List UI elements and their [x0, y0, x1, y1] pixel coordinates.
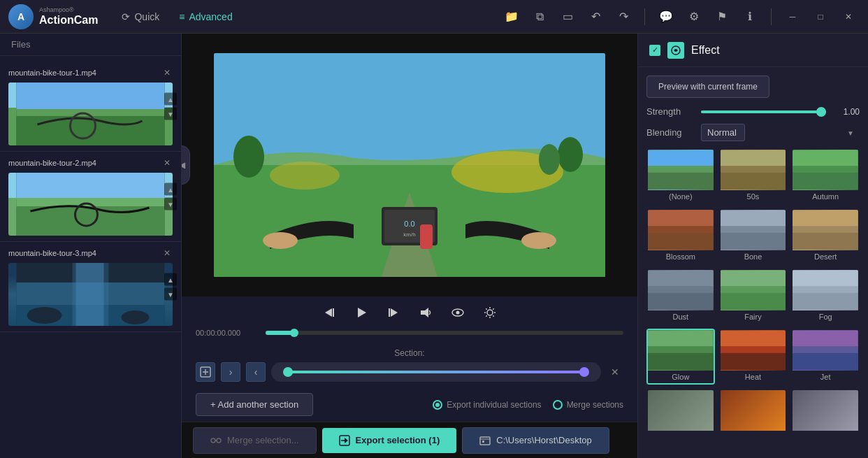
timeline-thumb[interactable]	[290, 329, 298, 337]
prev-frame-button[interactable]	[319, 302, 340, 323]
section-thumb-right[interactable]	[579, 367, 589, 377]
export-path-button[interactable]: C:\Users\Horst\Desktop	[462, 427, 609, 454]
info-button[interactable]: ℹ	[739, 6, 761, 28]
file-arrow-up-3[interactable]: ▲	[164, 273, 177, 286]
effect-label-heat: Heat	[721, 371, 786, 383]
play-button[interactable]	[351, 302, 372, 323]
settings-tool-button[interactable]	[479, 302, 500, 323]
copy-icon: ⧉	[536, 10, 544, 23]
file-close-1[interactable]: ✕	[161, 67, 173, 78]
file-close-2[interactable]: ✕	[161, 157, 173, 169]
export-individual-option[interactable]: Export individual sections	[433, 400, 541, 410]
blending-select-wrapper: Normal Multiply Screen Overlay ▼	[701, 124, 860, 141]
effect-item-dust[interactable]: Dust	[646, 269, 715, 324]
effect-item-glow[interactable]: Glow	[646, 329, 715, 385]
chat-button[interactable]: 💬	[655, 6, 677, 28]
folder-button[interactable]: 📁	[500, 6, 523, 28]
effect-item-blossom[interactable]: Blossom	[646, 208, 715, 264]
section-area: Section: › ‹ ✕	[182, 343, 637, 387]
section-thumb-left[interactable]	[283, 367, 293, 377]
effect-item-bone[interactable]: Bone	[719, 208, 788, 264]
strength-label: Strength	[646, 106, 695, 117]
sidebar-collapse-button[interactable]: ◀	[182, 145, 190, 185]
effect-item-none[interactable]: (None)	[646, 148, 715, 204]
settings-button[interactable]: ⚙	[683, 6, 705, 28]
nav-quick-button[interactable]: ⟳ Quick	[112, 7, 169, 27]
close-button[interactable]: ✕	[837, 6, 860, 28]
svg-rect-76	[793, 271, 858, 287]
section-add-icon-button[interactable]	[196, 362, 215, 382]
next-frame-button[interactable]	[383, 302, 404, 323]
add-section-button[interactable]: + Add another section	[196, 393, 313, 416]
eye-button[interactable]	[447, 302, 468, 323]
close-file-icon-1: ✕	[164, 68, 171, 78]
time-display: 00:00:00.000	[196, 329, 259, 337]
export-options: Export individual sections Merge section…	[320, 400, 623, 410]
svg-rect-1	[17, 83, 165, 110]
file-arrow-down-2[interactable]: ▼	[164, 198, 177, 210]
svg-point-26	[263, 232, 298, 249]
flag-icon: ⚑	[717, 10, 727, 23]
file-close-3[interactable]: ✕	[161, 248, 173, 259]
file-thumbnail-2[interactable]	[8, 173, 173, 236]
effect-item-fairy[interactable]: Fairy	[719, 269, 788, 324]
minimize-button[interactable]: ─	[781, 6, 804, 28]
effect-item-autumn[interactable]: Autumn	[791, 148, 860, 204]
merge-selection-button[interactable]: Merge selection...	[193, 427, 317, 454]
section-label: Section:	[196, 348, 623, 358]
action-row: + Add another section Export individual …	[182, 387, 637, 422]
timeline-track[interactable]	[266, 331, 623, 335]
file-thumbnail-3[interactable]	[8, 263, 173, 326]
file-arrow-up-1[interactable]: ▲	[164, 93, 177, 106]
file-thumbnail-1[interactable]	[8, 83, 173, 145]
export-selection-button[interactable]: Export selection (1)	[322, 428, 457, 453]
section-forward-button[interactable]: ›	[221, 362, 240, 382]
strength-slider-thumb[interactable]	[816, 107, 826, 117]
svg-text:0.0: 0.0	[404, 220, 414, 228]
effect-thumb-fog	[793, 270, 858, 310]
effect-item-desert[interactable]: Desert	[791, 208, 860, 264]
effect-item-scroll2[interactable]	[719, 389, 788, 436]
export-individual-radio[interactable]	[433, 400, 442, 410]
effect-grid: (None) 50s Autumn	[646, 148, 860, 436]
file-item-2-header: mountain-bike-tour-2.mp4 ✕	[8, 157, 173, 169]
strength-slider[interactable]	[701, 110, 826, 113]
window-button[interactable]: ▭	[556, 6, 579, 28]
redo-button[interactable]: ↷	[612, 6, 635, 28]
effect-item-heat[interactable]: Heat	[719, 329, 788, 385]
svg-point-16	[122, 310, 150, 324]
copy-button[interactable]: ⧉	[528, 6, 551, 28]
svg-rect-68	[793, 226, 858, 233]
panel-checkbox[interactable]: ✓	[649, 45, 660, 56]
svg-rect-77	[793, 286, 858, 293]
maximize-button[interactable]: □	[809, 6, 832, 28]
file-arrow-up-2[interactable]: ▲	[164, 183, 177, 196]
effect-item-fog[interactable]: Fog	[791, 269, 860, 324]
volume-button[interactable]	[415, 302, 436, 323]
effect-item-scroll3[interactable]	[791, 389, 860, 436]
effect-thumb-blossom	[648, 210, 714, 250]
flag-button[interactable]: ⚑	[711, 6, 733, 28]
section-fill	[288, 371, 585, 373]
svg-rect-35	[389, 308, 390, 317]
file-arrow-down-1[interactable]: ▼	[164, 108, 177, 120]
effect-item-jet[interactable]: Jet	[791, 329, 860, 385]
undo-button[interactable]: ↶	[584, 6, 607, 28]
section-back-button[interactable]: ‹	[246, 362, 266, 382]
blending-select-arrow: ▼	[847, 129, 854, 136]
svg-point-28	[233, 136, 264, 178]
video-scene: 0.0 km/h	[214, 53, 605, 277]
svg-point-20	[270, 162, 340, 189]
merge-sections-radio[interactable]	[553, 400, 563, 410]
section-close-button[interactable]: ✕	[607, 364, 623, 380]
blending-select[interactable]: Normal Multiply Screen Overlay	[701, 124, 745, 141]
preview-frame-button[interactable]: Preview with current frame	[646, 76, 769, 98]
effect-item-50s[interactable]: 50s	[719, 148, 788, 204]
section-track[interactable]	[271, 362, 601, 382]
file-arrow-down-3[interactable]: ▼	[164, 288, 177, 301]
nav-advanced-button[interactable]: ≡ Advanced	[169, 7, 242, 27]
effect-label-glow: Glow	[648, 371, 714, 383]
merge-sections-option[interactable]: Merge sections	[553, 400, 623, 410]
playback-controls-row	[196, 302, 623, 323]
effect-item-scroll1[interactable]	[646, 389, 715, 436]
